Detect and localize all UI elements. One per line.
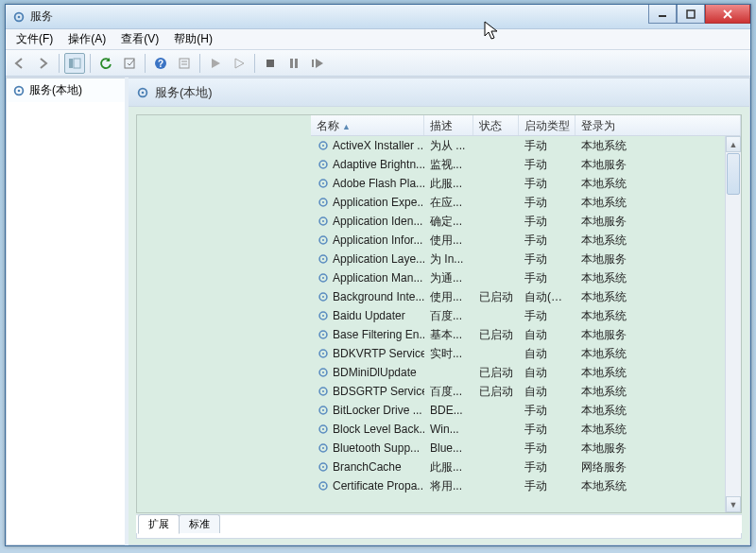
service-row[interactable]: Bluetooth Supp...Blue...手动本地服务	[311, 439, 741, 458]
cell-name: Application Expe...	[311, 196, 424, 209]
menu-action[interactable]: 操作(A)	[61, 29, 112, 49]
service-row[interactable]: Baidu Updater百度...手动本地系统	[311, 306, 741, 325]
cell-description: 为 In...	[424, 251, 473, 268]
service-row[interactable]: Base Filtering En...基本...已启动自动本地服务	[311, 325, 741, 344]
services-app-icon	[11, 9, 26, 25]
cell-description: 为从 ...	[424, 138, 473, 154]
scroll-up-button[interactable]: ▲	[726, 136, 741, 152]
column-startup[interactable]: 启动类型	[519, 115, 576, 135]
service-row[interactable]: ActiveX Installer ...为从 ...手动本地系统	[311, 136, 741, 155]
extended-info-panel	[137, 115, 311, 512]
menu-view[interactable]: 查看(V)	[114, 29, 165, 49]
nav-forward-button[interactable]	[33, 53, 54, 74]
column-description[interactable]: 描述	[424, 115, 473, 135]
cell-name: Block Level Back...	[311, 423, 424, 436]
cell-logon: 网络服务	[576, 459, 741, 475]
stop-service-button[interactable]	[260, 53, 281, 74]
title-bar[interactable]: 服务	[6, 5, 750, 29]
service-row[interactable]: Application Expe...在应...手动本地系统	[311, 193, 741, 212]
cell-startup: 手动	[519, 176, 576, 192]
cell-startup: 手动	[519, 270, 576, 286]
menu-file[interactable]: 文件(F)	[9, 29, 60, 49]
console-tree-pane[interactable]: 服务(本地)	[6, 78, 125, 545]
service-row[interactable]: BitLocker Drive ...BDE...手动本地系统	[311, 401, 741, 420]
cell-name: Application Man...	[311, 271, 424, 285]
cell-description: 使用...	[424, 233, 473, 249]
properties-button[interactable]	[174, 53, 195, 74]
menu-help[interactable]: 帮助(H)	[167, 29, 219, 49]
cell-name: Application Laye...	[311, 252, 424, 266]
cell-description: BDE...	[424, 404, 473, 417]
service-row[interactable]: BDSGRTP Service百度...已启动自动本地系统	[311, 382, 741, 401]
tree-root-label: 服务(本地)	[29, 82, 82, 98]
service-rows[interactable]: ActiveX Installer ...为从 ...手动本地系统Adaptiv…	[311, 136, 741, 512]
svg-rect-11	[180, 59, 189, 68]
service-row[interactable]: BDMiniDlUpdate已启动自动本地系统	[311, 363, 741, 382]
close-button[interactable]	[705, 5, 750, 24]
svg-rect-7	[74, 59, 80, 68]
cell-description: Win...	[424, 423, 473, 436]
svg-point-31	[322, 220, 324, 222]
service-row[interactable]: BDKVRTP Service实时...自动本地系统	[311, 344, 741, 363]
svg-text:?: ?	[158, 59, 163, 69]
cell-status: 已启动	[473, 384, 519, 400]
cell-logon: 本地系统	[576, 176, 741, 192]
export-list-button[interactable]	[119, 53, 140, 74]
restart-service-button[interactable]	[307, 53, 328, 74]
cell-startup: 手动	[519, 214, 576, 230]
column-status[interactable]: 状态	[473, 115, 519, 135]
cell-description: 将用...	[424, 478, 473, 494]
cell-name: ActiveX Installer ...	[311, 139, 424, 152]
service-row[interactable]: Adaptive Brightn...监视...手动本地服务	[311, 155, 741, 174]
service-row[interactable]: Application Iden...确定...手动本地服务	[311, 212, 741, 231]
cell-description: 确定...	[424, 214, 473, 230]
service-row[interactable]: Application Man...为通...手动本地系统	[311, 268, 741, 287]
tab-standard[interactable]: 标准	[179, 514, 220, 533]
cell-description: 在应...	[424, 195, 473, 211]
column-name[interactable]: 名称▲	[311, 115, 424, 135]
minimize-button[interactable]	[648, 5, 677, 24]
vertical-scrollbar[interactable]: ▲ ▼	[725, 136, 741, 512]
tree-root-item[interactable]: 服务(本地)	[7, 78, 125, 102]
help-button[interactable]: ?	[150, 53, 171, 74]
cell-startup: 手动	[519, 403, 576, 419]
scroll-down-button[interactable]: ▼	[726, 496, 741, 512]
svg-rect-8	[125, 59, 134, 68]
start-service-alt-button[interactable]	[229, 53, 249, 74]
scroll-thumb[interactable]	[727, 153, 740, 195]
svg-point-57	[322, 466, 324, 468]
column-logon[interactable]: 登录为	[576, 115, 741, 135]
cell-name: Baidu Updater	[311, 309, 424, 322]
maximize-button[interactable]	[677, 5, 705, 24]
cell-logon: 本地系统	[576, 422, 741, 438]
details-header-icon	[136, 86, 149, 99]
details-header: 服务(本地)	[129, 78, 749, 107]
svg-point-21	[142, 91, 145, 94]
cell-logon: 本地服务	[576, 251, 741, 268]
svg-point-33	[322, 239, 324, 241]
services-tree-icon	[12, 84, 26, 97]
refresh-button[interactable]	[95, 53, 116, 74]
start-service-button[interactable]	[205, 53, 226, 74]
view-tabs: 扩展 标准	[136, 514, 742, 533]
cell-logon: 本地系统	[576, 233, 741, 249]
cell-logon: 本地系统	[576, 478, 741, 494]
service-row[interactable]: Certificate Propa...将用...手动本地系统	[311, 476, 741, 495]
service-row[interactable]: Background Inte...使用...已启动自动(延迟...本地系统	[311, 287, 741, 306]
cell-name: Application Infor...	[311, 233, 424, 247]
service-row[interactable]: Adobe Flash Pla...此服...手动本地系统	[311, 174, 741, 193]
nav-back-button[interactable]	[9, 53, 30, 74]
service-row[interactable]: Block Level Back...Win...手动本地系统	[311, 420, 741, 439]
cell-description: 实时...	[424, 346, 473, 362]
service-row[interactable]: Application Infor...使用...手动本地系统	[311, 231, 741, 250]
service-row[interactable]: Application Laye...为 In...手动本地服务	[311, 250, 741, 268]
cell-logon: 本地系统	[576, 346, 741, 362]
cell-name: BDSGRTP Service	[311, 385, 424, 398]
service-row[interactable]: BranchCache此服...手动网络服务	[311, 458, 741, 476]
pause-service-button[interactable]	[284, 53, 304, 74]
cell-status: 已启动	[473, 365, 519, 381]
cell-logon: 本地系统	[576, 289, 741, 305]
extended-view-area: 名称▲ 描述 状态 启动类型 登录为 ActiveX Installer ...…	[136, 114, 742, 513]
tab-extended[interactable]: 扩展	[138, 514, 180, 534]
show-hide-tree-button[interactable]	[64, 53, 85, 74]
